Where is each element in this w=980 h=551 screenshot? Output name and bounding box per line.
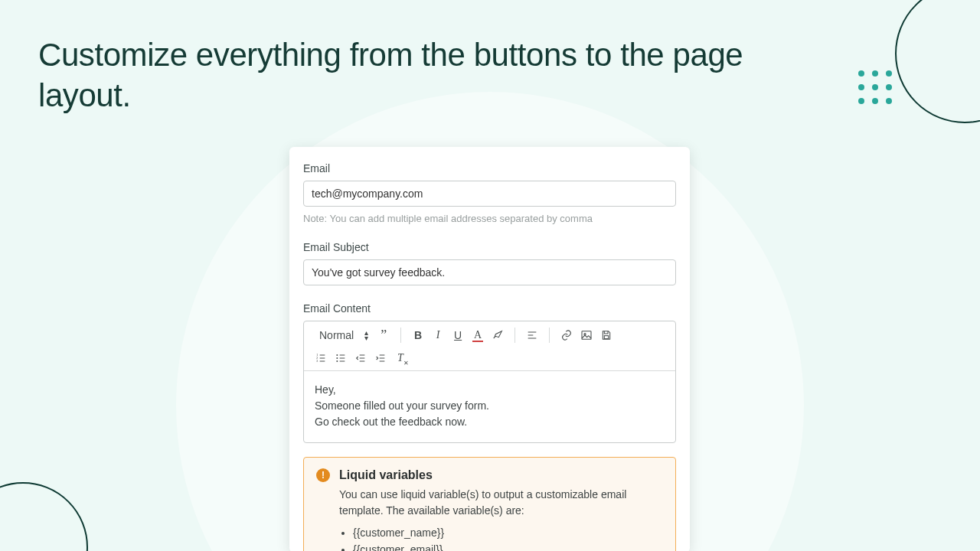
- toolbar-separator: [514, 328, 515, 343]
- notice-description: You can use liquid variable(s) to output…: [339, 487, 663, 519]
- email-label: Email: [303, 162, 676, 174]
- liquid-variable-list: {{customer_name}} {{customer_email}} {{s…: [353, 527, 663, 551]
- svg-point-15: [336, 357, 338, 359]
- content-line: Hey,: [315, 382, 665, 398]
- select-arrows-icon: ▴▾: [364, 330, 368, 341]
- underline-button[interactable]: U: [449, 326, 467, 344]
- subject-label: Email Subject: [303, 241, 676, 253]
- svg-point-13: [336, 354, 338, 356]
- italic-button[interactable]: I: [429, 326, 447, 344]
- content-label: Email Content: [303, 302, 676, 315]
- email-input[interactable]: [303, 181, 676, 207]
- outdent-button[interactable]: [351, 349, 370, 367]
- svg-point-0: [896, 0, 980, 122]
- blockquote-button[interactable]: ”: [374, 326, 393, 344]
- indent-button[interactable]: [371, 349, 390, 367]
- content-line: Go check out the feedback now.: [315, 414, 665, 430]
- link-button[interactable]: [557, 326, 576, 344]
- svg-text:3: 3: [316, 359, 318, 363]
- email-settings-card: Email Note: You can add multiple email a…: [289, 147, 690, 551]
- toolbar-separator: [549, 328, 550, 343]
- decorative-arc: [827, 0, 980, 138]
- svg-point-17: [336, 360, 338, 362]
- editor-body[interactable]: Hey, Someone filled out your survey form…: [304, 371, 675, 442]
- notice-title: Liquid variables: [339, 468, 433, 482]
- rich-text-editor: Normal ▴▾ ” B I U A: [303, 321, 676, 443]
- content-line: Someone filled out your survey form.: [315, 398, 665, 414]
- subject-input[interactable]: [303, 259, 676, 285]
- align-button[interactable]: [523, 326, 541, 344]
- liquid-variable-item: {{customer_email}}: [353, 543, 663, 551]
- bullet-list-button[interactable]: [332, 349, 350, 367]
- clear-formatting-button[interactable]: T✕: [391, 349, 410, 367]
- paragraph-style-select[interactable]: Normal ▴▾: [312, 328, 373, 343]
- toolbar-separator: [400, 328, 401, 343]
- svg-rect-6: [604, 336, 608, 339]
- text-color-button[interactable]: A: [469, 326, 487, 344]
- email-note: Note: You can add multiple email address…: [303, 213, 676, 224]
- editor-toolbar: Normal ▴▾ ” B I U A: [304, 321, 675, 371]
- info-icon: !: [316, 468, 330, 482]
- paragraph-style-label: Normal: [319, 329, 354, 341]
- liquid-variable-item: {{customer_name}}: [353, 527, 663, 539]
- highlight-button[interactable]: [488, 326, 507, 344]
- save-button[interactable]: [597, 326, 616, 344]
- svg-rect-4: [582, 331, 591, 340]
- page-heading: Customize everything from the buttons to…: [38, 35, 750, 116]
- bold-button[interactable]: B: [409, 326, 427, 344]
- liquid-variables-notice: ! Liquid variables You can use liquid va…: [303, 457, 676, 551]
- ordered-list-button[interactable]: 123: [312, 349, 330, 367]
- decorative-dots: [858, 70, 892, 104]
- decorative-circle-bl: [0, 482, 88, 551]
- image-button[interactable]: [577, 326, 596, 344]
